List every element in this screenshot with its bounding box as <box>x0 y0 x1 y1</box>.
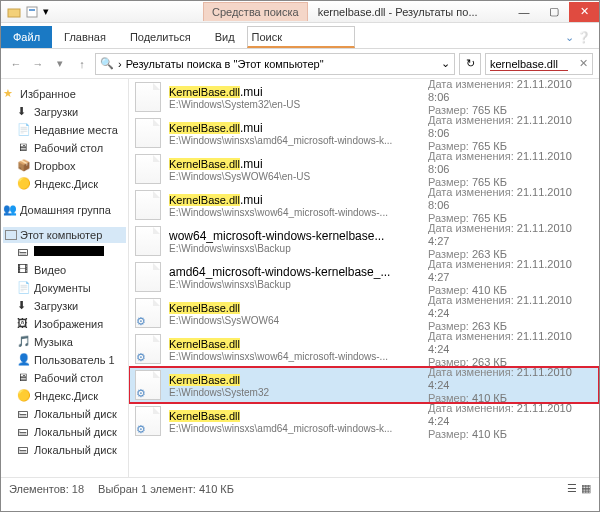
file-row[interactable]: KernelBase.dll.mui E:\Windows\SysWOW64\e… <box>129 151 599 187</box>
folder-icon: 📦 <box>17 159 31 173</box>
file-meta: Дата изменения: 21.11.2010 8:06 Размер: … <box>428 79 593 117</box>
sidebar-item[interactable]: 📄Документы <box>3 279 126 297</box>
file-path: E:\Windows\winsxs\amd64_microsoft-window… <box>169 135 420 146</box>
search-glass-icon: 🔍 <box>100 57 114 70</box>
sidebar-homegroup[interactable]: 👥Домашняя группа <box>3 201 126 219</box>
breadcrumb-chevron-icon[interactable]: › <box>118 58 122 70</box>
tab-file[interactable]: Файл <box>1 26 52 48</box>
file-icon <box>135 298 161 328</box>
file-name: KernelBase.dll <box>169 301 420 315</box>
window-title: kernelbase.dll - Результаты по... <box>318 6 478 18</box>
pc-icon <box>5 230 17 240</box>
sidebar-item[interactable]: 🟡Яндекс.Диск <box>3 175 126 193</box>
file-icon <box>135 226 161 256</box>
sidebar-item[interactable]: 🖥Рабочий стол <box>3 369 126 387</box>
file-icon <box>135 82 161 112</box>
ribbon-expand-icon[interactable]: ⌄ ❔ <box>557 27 599 48</box>
address-bar[interactable]: 🔍 › Результаты поиска в "Этот компьютер"… <box>95 53 455 75</box>
item-icon: 🖴 <box>17 443 31 457</box>
file-icon <box>135 154 161 184</box>
minimize-button[interactable]: — <box>509 2 539 22</box>
forward-button[interactable]: → <box>29 55 47 73</box>
homegroup-icon: 👥 <box>3 203 17 217</box>
file-icon <box>135 370 161 400</box>
file-row[interactable]: KernelBase.dll E:\Windows\winsxs\wow64_m… <box>129 331 599 367</box>
file-meta: Дата изменения: 21.11.2010 4:24 Размер: … <box>428 330 593 369</box>
file-name: amd64_microsoft-windows-kernelbase_... <box>169 265 420 279</box>
address-text: Результаты поиска в "Этот компьютер" <box>126 58 324 70</box>
star-icon: ★ <box>3 87 17 101</box>
sidebar-item[interactable]: 📦Dropbox <box>3 157 126 175</box>
title-bar: ▾ Средства поиска kernelbase.dll - Резул… <box>1 1 599 23</box>
sidebar-item[interactable]: 🖼Изображения <box>3 315 126 333</box>
tab-home[interactable]: Главная <box>52 26 118 48</box>
sidebar-item[interactable]: 👤Пользователь 1 <box>3 351 126 369</box>
recent-dropdown-icon[interactable]: ▾ <box>51 55 69 73</box>
tab-share[interactable]: Поделиться <box>118 26 203 48</box>
status-count: Элементов: 18 <box>9 483 84 495</box>
navigation-pane: ★Избранное ⬇Загрузки📄Недавние места🖥Рабо… <box>1 79 129 477</box>
search-input[interactable] <box>490 58 570 70</box>
file-name: KernelBase.dll <box>169 373 420 387</box>
address-dropdown-icon[interactable]: ⌄ <box>441 57 450 70</box>
search-tools-tab[interactable]: Средства поиска <box>203 2 308 21</box>
tab-view[interactable]: Вид <box>203 26 247 48</box>
sidebar-this-pc[interactable]: Этот компьютер <box>3 227 126 243</box>
sidebar-item[interactable]: ⬇Загрузки <box>3 297 126 315</box>
results-list: KernelBase.dll.mui E:\Windows\System32\e… <box>129 79 599 477</box>
item-icon: 🖼 <box>17 317 31 331</box>
item-icon: 🖥 <box>17 371 31 385</box>
back-button[interactable]: ← <box>7 55 25 73</box>
up-button[interactable]: ↑ <box>73 55 91 73</box>
tab-search[interactable]: Поиск <box>247 26 355 48</box>
file-name: KernelBase.dll.mui <box>169 157 420 171</box>
sidebar-item[interactable]: 🖴Локальный диск <box>3 405 126 423</box>
file-meta: Дата изменения: 21.11.2010 8:06 Размер: … <box>428 186 593 225</box>
file-meta: Дата изменения: 21.11.2010 4:24 Размер: … <box>428 294 593 333</box>
sidebar-item[interactable]: 🖴Локальный диск <box>3 423 126 441</box>
file-row[interactable]: KernelBase.dll E:\Windows\winsxs\amd64_m… <box>129 403 599 439</box>
search-box[interactable]: ✕ <box>485 53 593 75</box>
sidebar-item[interactable]: 🟡Яндекс.Диск <box>3 387 126 405</box>
file-row[interactable]: wow64_microsoft-windows-kernelbase... E:… <box>129 223 599 259</box>
maximize-button[interactable]: ▢ <box>539 2 569 22</box>
file-meta: Дата изменения: 21.11.2010 4:24 Размер: … <box>428 402 593 441</box>
file-path: E:\Windows\winsxs\Backup <box>169 279 420 290</box>
status-selection: Выбран 1 элемент: 410 КБ <box>98 483 234 495</box>
file-row[interactable]: KernelBase.dll.mui E:\Windows\winsxs\amd… <box>129 115 599 151</box>
file-path: E:\Windows\winsxs\amd64_microsoft-window… <box>169 423 420 434</box>
sidebar-favorites[interactable]: ★Избранное <box>3 85 126 103</box>
file-row[interactable]: KernelBase.dll.mui E:\Windows\System32\e… <box>129 79 599 115</box>
file-name: wow64_microsoft-windows-kernelbase... <box>169 229 420 243</box>
file-icon <box>135 118 161 148</box>
file-name: KernelBase.dll.mui <box>169 121 420 135</box>
refresh-button[interactable]: ↻ <box>459 53 481 75</box>
sidebar-item[interactable]: 🖴 <box>3 243 126 261</box>
file-row[interactable]: KernelBase.dll E:\Windows\SysWOW64 Дата … <box>129 295 599 331</box>
file-icon <box>135 262 161 292</box>
sidebar-item[interactable]: 📄Недавние места <box>3 121 126 139</box>
file-path: E:\Windows\System32 <box>169 387 420 398</box>
item-icon: 🖴 <box>17 407 31 421</box>
file-name: KernelBase.dll.mui <box>169 193 420 207</box>
sidebar-item[interactable]: 🎵Музыка <box>3 333 126 351</box>
sidebar-item[interactable]: 🖥Рабочий стол <box>3 139 126 157</box>
file-row[interactable]: KernelBase.dll E:\Windows\System32 Дата … <box>129 367 599 403</box>
file-path: E:\Windows\winsxs\Backup <box>169 243 420 254</box>
sidebar-item[interactable]: 🖴Локальный диск <box>3 441 126 459</box>
folder-icon: ⬇ <box>17 105 31 119</box>
clear-search-icon[interactable]: ✕ <box>579 57 588 70</box>
file-meta: Дата изменения: 21.11.2010 4:24 Размер: … <box>428 366 593 405</box>
file-name: KernelBase.dll.mui <box>169 85 420 99</box>
sidebar-item[interactable]: ⬇Загрузки <box>3 103 126 121</box>
svg-rect-1 <box>27 7 37 17</box>
close-button[interactable]: ✕ <box>569 2 599 22</box>
properties-icon[interactable] <box>25 5 39 19</box>
thumbnails-view-icon[interactable]: ▦ <box>581 482 591 495</box>
dropdown-icon[interactable]: ▾ <box>43 5 57 19</box>
details-view-icon[interactable]: ☰ <box>567 482 577 495</box>
sidebar-item[interactable]: 🎞Видео <box>3 261 126 279</box>
item-icon: 📄 <box>17 281 31 295</box>
file-row[interactable]: KernelBase.dll.mui E:\Windows\winsxs\wow… <box>129 187 599 223</box>
file-row[interactable]: amd64_microsoft-windows-kernelbase_... E… <box>129 259 599 295</box>
